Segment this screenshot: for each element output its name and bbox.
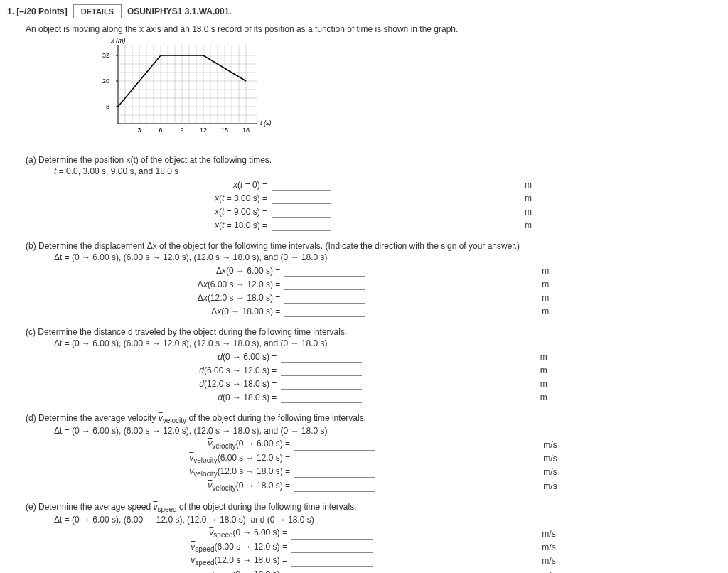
svg-text:8: 8 bbox=[106, 103, 109, 110]
input-a-0[interactable] bbox=[272, 179, 331, 191]
part-e-grid: vspeed(0 → 6.00 s) = m/s vspeed(6.00 s →… bbox=[26, 528, 721, 573]
part-a-label: (a) Determine the position x(t) of the o… bbox=[26, 155, 721, 165]
part-e-label: (e) Determine the average speed vspeed o… bbox=[26, 502, 721, 513]
input-e-3[interactable] bbox=[291, 569, 373, 573]
input-a-1[interactable] bbox=[272, 193, 331, 204]
position-graph: x (m) t (s) 32 20 8 3 6 9 12 15 18 bbox=[90, 38, 721, 145]
part-a-sub: t = t = 0.0, 3.00 s, 9.00 s, and 18.0 s0… bbox=[54, 166, 721, 176]
input-c-0[interactable] bbox=[281, 351, 362, 363]
svg-text:32: 32 bbox=[102, 52, 109, 59]
svg-text:3: 3 bbox=[137, 127, 141, 134]
source-label: OSUNIPHYS1 3.1.WA.001. bbox=[127, 6, 232, 16]
problem-prompt: An object is moving along the x axis and… bbox=[26, 24, 721, 34]
part-b-label: (b) Determine the displacement Δx of the… bbox=[26, 241, 721, 251]
part-e-sub: Δt = (0 → 6.00 s), (6.00 → 12.0 s), (12.… bbox=[54, 515, 721, 525]
input-d-2[interactable] bbox=[294, 466, 375, 478]
input-c-2[interactable] bbox=[281, 378, 362, 390]
input-d-0[interactable] bbox=[294, 439, 375, 451]
svg-text:9: 9 bbox=[180, 127, 183, 134]
input-e-1[interactable] bbox=[291, 542, 373, 553]
part-b-sub: Δt = (0 → 6.00 s), (6.00 s → 12.0 s), (1… bbox=[54, 252, 721, 262]
part-d-grid: vvelocity(0 → 6.00 s) = m/s vvelocity(6.… bbox=[26, 439, 721, 492]
input-c-1[interactable] bbox=[281, 365, 362, 376]
svg-text:t (s): t (s) bbox=[260, 119, 272, 127]
svg-text:15: 15 bbox=[221, 127, 228, 134]
input-b-3[interactable] bbox=[284, 306, 365, 317]
part-c-label: (c) Determine the distance d traveled by… bbox=[26, 327, 721, 337]
svg-text:18: 18 bbox=[242, 127, 250, 134]
part-c-sub: Δt = (0 → 6.00 s), (6.00 s → 12.0 s), (1… bbox=[54, 338, 721, 348]
input-b-2[interactable] bbox=[284, 292, 365, 304]
input-a-2[interactable] bbox=[272, 206, 331, 218]
part-c-grid: d(0 → 6.00 s) = m d(6.00 s → 12.0 s) = m… bbox=[26, 351, 721, 403]
svg-text:20: 20 bbox=[102, 77, 109, 85]
details-button[interactable]: DETAILS bbox=[73, 4, 122, 18]
input-b-0[interactable] bbox=[284, 265, 365, 277]
input-d-3[interactable] bbox=[294, 481, 375, 492]
input-c-3[interactable] bbox=[281, 392, 362, 403]
svg-text:x (m): x (m) bbox=[110, 38, 126, 44]
input-a-3[interactable] bbox=[272, 220, 331, 231]
svg-text:12: 12 bbox=[200, 127, 207, 134]
points-label: 1. [–/20 Points] bbox=[7, 6, 68, 16]
svg-text:6: 6 bbox=[159, 127, 162, 134]
input-e-2[interactable] bbox=[291, 555, 373, 567]
input-d-1[interactable] bbox=[294, 453, 375, 464]
part-a-grid: x(t = 0) = m x(t = 3.00 s) = m x(t = 9.0… bbox=[26, 179, 721, 231]
part-b-grid: Δx(0 → 6.00 s) = m Δx(6.00 s → 12.0 s) =… bbox=[26, 265, 721, 317]
part-d-sub: Δt = (0 → 6.00 s), (6.00 s → 12.0 s), (1… bbox=[54, 426, 721, 436]
input-b-1[interactable] bbox=[284, 279, 365, 290]
part-d-label: (d) Determine the average velocity vvelo… bbox=[26, 413, 721, 424]
input-e-0[interactable] bbox=[291, 528, 373, 540]
